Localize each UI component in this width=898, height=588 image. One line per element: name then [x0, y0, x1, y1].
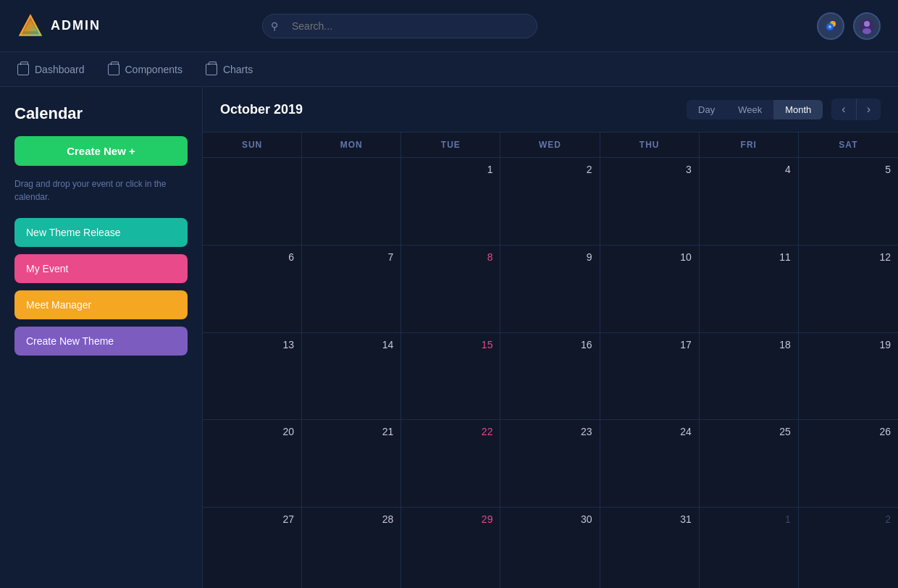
top-nav-right [817, 12, 881, 40]
notification-button[interactable] [817, 12, 844, 40]
view-week-button[interactable]: Week [726, 100, 773, 119]
calendar-date-number: 16 [508, 339, 592, 350]
nav-components[interactable]: Components [108, 61, 182, 78]
event-tag-create-new-theme[interactable]: Create New Theme [14, 327, 188, 356]
calendar-cell-w3-d2[interactable]: 14 [302, 333, 401, 420]
calendar-cell-w4-d4[interactable]: 23 [500, 420, 600, 507]
calendar-date-number: 4 [707, 164, 791, 175]
calendar-date-number: 2 [806, 513, 891, 525]
user-avatar[interactable] [853, 12, 881, 40]
drag-hint-text: Drag and drop your event or click in the… [14, 177, 188, 203]
calendar-week-5: 272829303112 [203, 508, 898, 588]
calendar-cell-w5-d5[interactable]: 31 [600, 508, 700, 588]
nav-charts-label: Charts [223, 64, 253, 75]
calendar-cell-w5-d1[interactable]: 27 [203, 508, 302, 588]
calendar-body: 1234567891011121314151617181920212223242… [203, 158, 898, 588]
calendar-cell-w2-d6[interactable]: 11 [700, 245, 799, 332]
secondary-nav: Dashboard Components Charts [0, 52, 898, 87]
calendar-date-number: 21 [309, 426, 393, 437]
calendar-cell-w2-d1[interactable]: 6 [203, 245, 302, 332]
calendar-cell-w4-d3[interactable]: 22 [401, 420, 500, 507]
calendar-cell-w4-d1[interactable]: 20 [203, 420, 302, 507]
calendar-cell-w4-d5[interactable]: 24 [600, 420, 700, 507]
calendar-date-number: 19 [806, 339, 891, 350]
top-nav: ADMIN ⚲ [0, 0, 898, 52]
calendar-cell-w3-d1[interactable]: 13 [203, 333, 302, 420]
calendar-cell-w5-d2[interactable]: 28 [302, 508, 401, 588]
components-icon [108, 64, 119, 75]
calendar-date-number: 10 [608, 251, 692, 263]
view-month-button[interactable]: Month [773, 100, 823, 119]
calendar-cell-w3-d5[interactable]: 17 [600, 333, 700, 420]
search-input[interactable] [262, 14, 537, 38]
calendar-date-number: 15 [408, 339, 492, 350]
calendar-date-number: 5 [806, 164, 891, 175]
main-content: Calendar Create New + Drag and drop your… [0, 87, 898, 588]
calendar-date-number: 27 [210, 513, 294, 525]
event-tag-my-event[interactable]: My Event [14, 254, 188, 283]
nav-dashboard[interactable]: Dashboard [17, 61, 85, 78]
calendar-cell-w1-d4[interactable]: 2 [500, 158, 600, 245]
calendar-date-number: 24 [608, 426, 692, 437]
calendar-cell-w5-d4[interactable]: 30 [500, 508, 600, 588]
calendar-week-1: 12345 [203, 158, 898, 245]
calendar-cell-w5-d3[interactable]: 29 [401, 508, 500, 588]
calendar-date-number: 20 [210, 426, 294, 437]
calendar-area: October 2019 Day Week Month ‹ › SUN MON … [203, 87, 898, 588]
calendar-cell-w3-d4[interactable]: 16 [500, 333, 600, 420]
view-day-button[interactable]: Day [687, 100, 726, 119]
calendar-date-number: 14 [309, 339, 393, 350]
calendar-cell-w2-d5[interactable]: 10 [600, 245, 700, 332]
event-tag-meet-manager[interactable]: Meet Manager [14, 290, 188, 319]
calendar-cell-w1-d3[interactable]: 1 [401, 158, 500, 245]
calendar-cell-w2-d4[interactable]: 9 [500, 245, 600, 332]
calendar-week-3: 13141516171819 [203, 333, 898, 421]
calendar-cell-w4-d6[interactable]: 25 [700, 420, 799, 507]
search-bar[interactable]: ⚲ [262, 14, 537, 38]
dashboard-icon [17, 64, 29, 75]
svg-point-6 [828, 25, 831, 28]
calendar-date-number: 9 [508, 251, 592, 263]
calendar-cell-w5-d7[interactable]: 2 [799, 508, 898, 588]
calendar-date-number: 11 [707, 251, 791, 263]
calendar-cell-w2-d7[interactable]: 12 [799, 245, 898, 332]
nav-charts[interactable]: Charts [206, 61, 253, 78]
calendar-cell-w1-d1[interactable] [203, 158, 302, 245]
nav-dashboard-label: Dashboard [35, 64, 85, 75]
calendar-cell-w4-d2[interactable]: 21 [302, 420, 401, 507]
calendar-date-number: 26 [806, 426, 891, 437]
prev-month-button[interactable]: ‹ [831, 98, 856, 120]
day-label-mon: MON [302, 133, 401, 157]
calendar-date-number: 28 [309, 513, 393, 525]
day-label-sun: SUN [203, 133, 302, 157]
svg-point-8 [864, 21, 870, 27]
calendar-cell-w3-d6[interactable]: 18 [700, 333, 799, 420]
calendar-date-number: 22 [408, 426, 492, 437]
calendar-date-number: 1 [707, 513, 791, 525]
calendar-header: October 2019 Day Week Month ‹ › [203, 87, 898, 133]
calendar-cell-w1-d5[interactable]: 3 [600, 158, 700, 245]
create-event-button[interactable]: Create New + [14, 136, 188, 166]
calendar-cell-w2-d2[interactable]: 7 [302, 245, 401, 332]
charts-icon [206, 64, 217, 75]
sidebar-title: Calendar [14, 104, 188, 123]
calendar-nav-arrows: ‹ › [831, 98, 881, 120]
event-tag-new-theme-release[interactable]: New Theme Release [14, 218, 188, 247]
calendar-cell-w5-d6[interactable]: 1 [700, 508, 799, 588]
calendar-date-number: 31 [608, 513, 692, 525]
calendar-cell-w3-d7[interactable]: 19 [799, 333, 898, 420]
avatar-icon [858, 17, 876, 35]
calendar-month-title: October 2019 [220, 102, 687, 117]
notification-icon [822, 17, 839, 35]
svg-marker-2 [20, 15, 41, 35]
calendar-cell-w1-d6[interactable]: 4 [700, 158, 799, 245]
calendar-cell-w1-d2[interactable] [302, 158, 401, 245]
calendar-cell-w3-d3[interactable]: 15 [401, 333, 500, 420]
calendar-date-number: 1 [408, 164, 492, 175]
calendar-cell-w2-d3[interactable]: 8 [401, 245, 500, 332]
calendar-cell-w1-d7[interactable]: 5 [799, 158, 898, 245]
calendar-date-number: 6 [210, 251, 294, 263]
calendar-cell-w4-d7[interactable]: 26 [799, 420, 898, 507]
next-month-button[interactable]: › [857, 98, 881, 120]
calendar-date-number: 2 [508, 164, 592, 175]
